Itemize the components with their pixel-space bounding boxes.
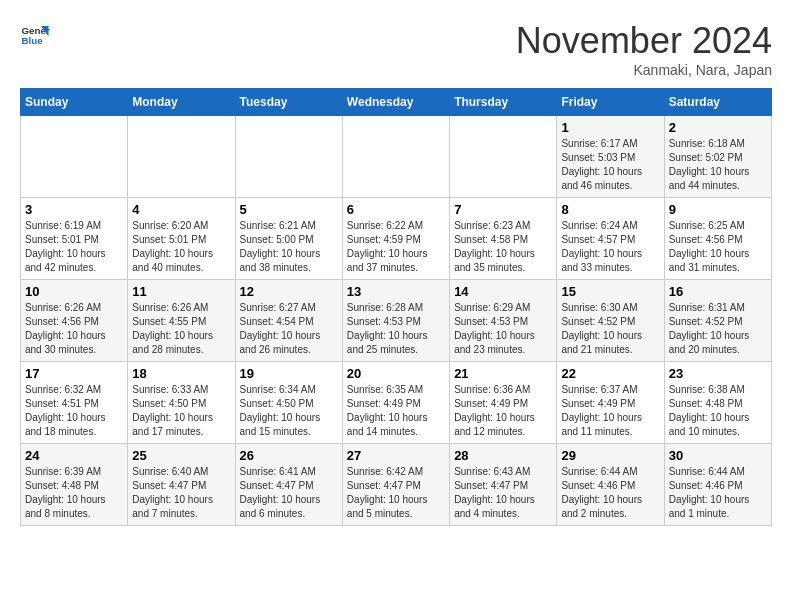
title-block: November 2024 Kanmaki, Nara, Japan (516, 20, 772, 78)
day-number: 12 (240, 284, 338, 299)
day-number: 27 (347, 448, 445, 463)
day-number: 29 (561, 448, 659, 463)
day-info: Sunrise: 6:27 AM Sunset: 4:54 PM Dayligh… (240, 301, 338, 357)
calendar-cell: 27Sunrise: 6:42 AM Sunset: 4:47 PM Dayli… (342, 444, 449, 526)
day-info: Sunrise: 6:21 AM Sunset: 5:00 PM Dayligh… (240, 219, 338, 275)
day-number: 19 (240, 366, 338, 381)
calendar-cell: 26Sunrise: 6:41 AM Sunset: 4:47 PM Dayli… (235, 444, 342, 526)
location: Kanmaki, Nara, Japan (516, 62, 772, 78)
day-number: 6 (347, 202, 445, 217)
day-info: Sunrise: 6:33 AM Sunset: 4:50 PM Dayligh… (132, 383, 230, 439)
day-info: Sunrise: 6:37 AM Sunset: 4:49 PM Dayligh… (561, 383, 659, 439)
calendar-cell: 4Sunrise: 6:20 AM Sunset: 5:01 PM Daylig… (128, 198, 235, 280)
day-info: Sunrise: 6:26 AM Sunset: 4:55 PM Dayligh… (132, 301, 230, 357)
calendar-week-1: 1Sunrise: 6:17 AM Sunset: 5:03 PM Daylig… (21, 116, 772, 198)
day-number: 20 (347, 366, 445, 381)
day-number: 16 (669, 284, 767, 299)
day-info: Sunrise: 6:20 AM Sunset: 5:01 PM Dayligh… (132, 219, 230, 275)
header-cell-thursday: Thursday (450, 89, 557, 116)
day-info: Sunrise: 6:41 AM Sunset: 4:47 PM Dayligh… (240, 465, 338, 521)
calendar-cell: 15Sunrise: 6:30 AM Sunset: 4:52 PM Dayli… (557, 280, 664, 362)
calendar-cell (21, 116, 128, 198)
day-info: Sunrise: 6:19 AM Sunset: 5:01 PM Dayligh… (25, 219, 123, 275)
calendar-cell (128, 116, 235, 198)
logo-icon: General Blue (20, 20, 50, 50)
day-number: 23 (669, 366, 767, 381)
calendar-cell: 16Sunrise: 6:31 AM Sunset: 4:52 PM Dayli… (664, 280, 771, 362)
calendar-cell: 28Sunrise: 6:43 AM Sunset: 4:47 PM Dayli… (450, 444, 557, 526)
calendar-cell: 19Sunrise: 6:34 AM Sunset: 4:50 PM Dayli… (235, 362, 342, 444)
day-info: Sunrise: 6:18 AM Sunset: 5:02 PM Dayligh… (669, 137, 767, 193)
day-info: Sunrise: 6:35 AM Sunset: 4:49 PM Dayligh… (347, 383, 445, 439)
day-number: 30 (669, 448, 767, 463)
calendar-cell: 17Sunrise: 6:32 AM Sunset: 4:51 PM Dayli… (21, 362, 128, 444)
day-number: 11 (132, 284, 230, 299)
header-cell-friday: Friday (557, 89, 664, 116)
day-number: 21 (454, 366, 552, 381)
day-number: 13 (347, 284, 445, 299)
calendar-cell: 1Sunrise: 6:17 AM Sunset: 5:03 PM Daylig… (557, 116, 664, 198)
calendar-week-5: 24Sunrise: 6:39 AM Sunset: 4:48 PM Dayli… (21, 444, 772, 526)
day-number: 10 (25, 284, 123, 299)
calendar-cell: 9Sunrise: 6:25 AM Sunset: 4:56 PM Daylig… (664, 198, 771, 280)
calendar-cell (450, 116, 557, 198)
day-info: Sunrise: 6:17 AM Sunset: 5:03 PM Dayligh… (561, 137, 659, 193)
calendar-cell: 6Sunrise: 6:22 AM Sunset: 4:59 PM Daylig… (342, 198, 449, 280)
calendar-week-3: 10Sunrise: 6:26 AM Sunset: 4:56 PM Dayli… (21, 280, 772, 362)
day-number: 18 (132, 366, 230, 381)
calendar-cell: 8Sunrise: 6:24 AM Sunset: 4:57 PM Daylig… (557, 198, 664, 280)
day-number: 22 (561, 366, 659, 381)
day-info: Sunrise: 6:44 AM Sunset: 4:46 PM Dayligh… (561, 465, 659, 521)
day-info: Sunrise: 6:31 AM Sunset: 4:52 PM Dayligh… (669, 301, 767, 357)
day-number: 24 (25, 448, 123, 463)
calendar-cell: 18Sunrise: 6:33 AM Sunset: 4:50 PM Dayli… (128, 362, 235, 444)
calendar-cell: 11Sunrise: 6:26 AM Sunset: 4:55 PM Dayli… (128, 280, 235, 362)
day-number: 14 (454, 284, 552, 299)
day-info: Sunrise: 6:43 AM Sunset: 4:47 PM Dayligh… (454, 465, 552, 521)
day-info: Sunrise: 6:40 AM Sunset: 4:47 PM Dayligh… (132, 465, 230, 521)
header-cell-sunday: Sunday (21, 89, 128, 116)
calendar-body: 1Sunrise: 6:17 AM Sunset: 5:03 PM Daylig… (21, 116, 772, 526)
page-header: General Blue November 2024 Kanmaki, Nara… (20, 20, 772, 78)
calendar-cell: 25Sunrise: 6:40 AM Sunset: 4:47 PM Dayli… (128, 444, 235, 526)
day-number: 26 (240, 448, 338, 463)
header-cell-tuesday: Tuesday (235, 89, 342, 116)
day-number: 15 (561, 284, 659, 299)
calendar-cell: 13Sunrise: 6:28 AM Sunset: 4:53 PM Dayli… (342, 280, 449, 362)
day-number: 8 (561, 202, 659, 217)
month-title: November 2024 (516, 20, 772, 62)
day-number: 1 (561, 120, 659, 135)
day-info: Sunrise: 6:24 AM Sunset: 4:57 PM Dayligh… (561, 219, 659, 275)
calendar-header-row: SundayMondayTuesdayWednesdayThursdayFrid… (21, 89, 772, 116)
calendar-cell: 3Sunrise: 6:19 AM Sunset: 5:01 PM Daylig… (21, 198, 128, 280)
calendar-week-4: 17Sunrise: 6:32 AM Sunset: 4:51 PM Dayli… (21, 362, 772, 444)
day-info: Sunrise: 6:30 AM Sunset: 4:52 PM Dayligh… (561, 301, 659, 357)
calendar-cell: 20Sunrise: 6:35 AM Sunset: 4:49 PM Dayli… (342, 362, 449, 444)
calendar-cell: 21Sunrise: 6:36 AM Sunset: 4:49 PM Dayli… (450, 362, 557, 444)
day-info: Sunrise: 6:23 AM Sunset: 4:58 PM Dayligh… (454, 219, 552, 275)
day-info: Sunrise: 6:38 AM Sunset: 4:48 PM Dayligh… (669, 383, 767, 439)
calendar-cell: 30Sunrise: 6:44 AM Sunset: 4:46 PM Dayli… (664, 444, 771, 526)
day-info: Sunrise: 6:26 AM Sunset: 4:56 PM Dayligh… (25, 301, 123, 357)
day-number: 4 (132, 202, 230, 217)
day-number: 7 (454, 202, 552, 217)
day-info: Sunrise: 6:44 AM Sunset: 4:46 PM Dayligh… (669, 465, 767, 521)
day-info: Sunrise: 6:29 AM Sunset: 4:53 PM Dayligh… (454, 301, 552, 357)
calendar-cell: 29Sunrise: 6:44 AM Sunset: 4:46 PM Dayli… (557, 444, 664, 526)
day-number: 9 (669, 202, 767, 217)
day-info: Sunrise: 6:32 AM Sunset: 4:51 PM Dayligh… (25, 383, 123, 439)
day-number: 3 (25, 202, 123, 217)
header-cell-monday: Monday (128, 89, 235, 116)
calendar-cell: 7Sunrise: 6:23 AM Sunset: 4:58 PM Daylig… (450, 198, 557, 280)
header-cell-wednesday: Wednesday (342, 89, 449, 116)
calendar-cell: 24Sunrise: 6:39 AM Sunset: 4:48 PM Dayli… (21, 444, 128, 526)
calendar-cell: 2Sunrise: 6:18 AM Sunset: 5:02 PM Daylig… (664, 116, 771, 198)
calendar-table: SundayMondayTuesdayWednesdayThursdayFrid… (20, 88, 772, 526)
svg-text:Blue: Blue (22, 35, 44, 46)
day-number: 5 (240, 202, 338, 217)
day-info: Sunrise: 6:39 AM Sunset: 4:48 PM Dayligh… (25, 465, 123, 521)
calendar-cell (235, 116, 342, 198)
calendar-week-2: 3Sunrise: 6:19 AM Sunset: 5:01 PM Daylig… (21, 198, 772, 280)
header-cell-saturday: Saturday (664, 89, 771, 116)
calendar-cell: 14Sunrise: 6:29 AM Sunset: 4:53 PM Dayli… (450, 280, 557, 362)
